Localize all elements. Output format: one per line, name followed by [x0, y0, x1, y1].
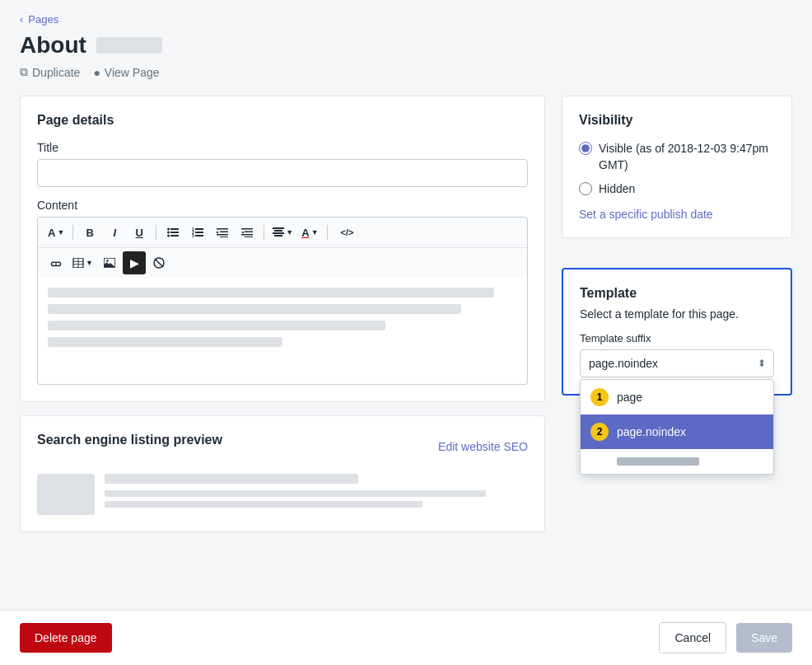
svg-rect-2: [170, 235, 179, 236]
seo-line-3: [105, 501, 422, 508]
content-line-1: [48, 288, 494, 297]
visibility-card: Visibility Visible (as of 2018-12-03 9:4…: [562, 96, 792, 238]
toolbar-divider-2: [156, 225, 156, 240]
toolbar-underline-btn[interactable]: U: [128, 221, 151, 244]
svg-rect-13: [220, 232, 228, 233]
eye-icon: ●: [93, 66, 100, 79]
content-line-3: [48, 321, 385, 330]
toolbar-ul-btn[interactable]: [161, 221, 184, 244]
template-select[interactable]: page page.noindex: [580, 349, 774, 377]
view-page-button[interactable]: ● View Page: [93, 66, 159, 79]
seo-card: Search engine listing preview Edit websi…: [20, 415, 545, 532]
toolbar-table-btn[interactable]: ▼: [69, 251, 96, 274]
dropdown-item-1[interactable]: 1 page: [581, 380, 773, 414]
radio-visible[interactable]: Visible (as of 2018-12-03 9:47pm GMT): [579, 141, 775, 173]
toolbar-align-btn[interactable]: ▼: [269, 221, 296, 244]
page-actions: ⧉ Duplicate ● View Page: [20, 65, 792, 79]
title-input[interactable]: [37, 159, 528, 187]
main-layout: Page details Title Content A ▼: [20, 96, 792, 532]
toolbar-video-btn[interactable]: ▶: [123, 251, 146, 274]
suffix-label: Template suffix: [580, 332, 774, 344]
title-field-label: Title: [37, 141, 528, 154]
delete-page-button[interactable]: Delete page: [20, 623, 112, 653]
duplicate-label: Duplicate: [32, 66, 80, 79]
table-arrow-icon: ▼: [86, 259, 93, 267]
duplicate-icon: ⧉: [20, 65, 28, 79]
svg-rect-17: [245, 232, 253, 233]
page-title-badge: [96, 37, 162, 54]
publish-date-link[interactable]: Set a specific publish date: [579, 208, 775, 221]
content-line-2: [48, 304, 461, 314]
svg-text:3: 3: [192, 233, 194, 237]
footer-right: Cancel Save: [659, 622, 792, 653]
title-field: Title: [37, 141, 528, 187]
right-column: Visibility Visible (as of 2018-12-03 9:4…: [562, 96, 792, 396]
cancel-button[interactable]: Cancel: [659, 622, 726, 653]
svg-rect-22: [273, 232, 284, 234]
svg-rect-18: [241, 234, 253, 236]
toolbar-ol-btn[interactable]: 1 2 3: [186, 221, 209, 244]
template-select-wrapper: page page.noindex ⬍ 1 page 2 page.noinde…: [580, 349, 774, 377]
visibility-title: Visibility: [579, 113, 775, 128]
seo-title: Search engine listing preview: [37, 433, 222, 447]
text-color-icon: A: [301, 227, 309, 239]
svg-rect-7: [195, 232, 203, 233]
dropdown-item-1-label: page: [617, 391, 642, 404]
template-title: Template: [580, 286, 774, 301]
seo-line-1: [105, 474, 358, 484]
editor-toolbar: A ▼ B I U: [37, 217, 528, 278]
breadcrumb-label: Pages: [28, 13, 58, 26]
toolbar-source-btn[interactable]: </>: [333, 221, 362, 244]
content-line-4: [48, 337, 282, 347]
page-title: About: [20, 32, 792, 59]
toolbar-italic-btn[interactable]: I: [103, 221, 126, 244]
font-icon: A: [48, 227, 55, 239]
radio-hidden-input[interactable]: [579, 182, 592, 195]
dropdown-badge-1: 1: [590, 388, 609, 406]
toolbar-link-btn[interactable]: [44, 251, 68, 274]
toolbar-divider-1: [72, 225, 73, 240]
template-dropdown: 1 page 2 page.noindex: [580, 379, 774, 475]
visibility-options: Visible (as of 2018-12-03 9:47pm GMT) Hi…: [579, 141, 775, 198]
view-page-label: View Page: [105, 66, 160, 79]
svg-rect-1: [170, 232, 179, 233]
toolbar-image-btn[interactable]: [98, 251, 121, 274]
toolbar-bold-btn[interactable]: B: [78, 221, 101, 244]
svg-rect-21: [274, 230, 282, 232]
text-color-arrow-icon: ▼: [311, 228, 319, 236]
seo-thumbnail: [37, 474, 95, 515]
template-card: Template Select a template for this page…: [562, 268, 792, 396]
toolbar-indent-increase-btn[interactable]: [236, 221, 259, 244]
svg-rect-20: [273, 227, 284, 229]
toolbar-row-2: ▼ ▶: [38, 248, 527, 278]
toolbar-font-btn[interactable]: A ▼: [44, 221, 68, 244]
svg-rect-14: [217, 234, 228, 236]
dropdown-item-2[interactable]: 2 page.noindex: [581, 414, 773, 449]
svg-point-4: [167, 232, 170, 234]
editor-body[interactable]: [37, 278, 528, 385]
toolbar-text-color-btn[interactable]: A ▼: [298, 221, 321, 244]
dropdown-item-3[interactable]: [581, 449, 773, 474]
edit-seo-link[interactable]: Edit website SEO: [438, 440, 528, 453]
dropdown-badge-2: 2: [590, 423, 609, 441]
radio-hidden-label: Hidden: [599, 181, 635, 198]
svg-point-29: [106, 260, 109, 262]
footer: Delete page Cancel Save: [0, 610, 812, 665]
toolbar-block-btn[interactable]: [147, 251, 170, 274]
svg-rect-8: [195, 235, 203, 236]
svg-rect-0: [170, 228, 179, 230]
breadcrumb[interactable]: ‹ Pages: [20, 13, 792, 26]
content-field-label: Content: [37, 199, 528, 212]
svg-rect-6: [195, 228, 203, 230]
svg-line-31: [155, 259, 163, 267]
svg-rect-19: [245, 236, 253, 237]
svg-rect-12: [217, 228, 228, 230]
duplicate-button[interactable]: ⧉ Duplicate: [20, 65, 80, 79]
radio-hidden[interactable]: Hidden: [579, 181, 775, 198]
align-arrow-icon: ▼: [286, 228, 293, 236]
save-button[interactable]: Save: [736, 623, 792, 653]
seo-line-2: [105, 490, 486, 497]
template-description: Select a template for this page.: [580, 307, 774, 321]
radio-visible-input[interactable]: [579, 142, 592, 155]
toolbar-indent-decrease-btn[interactable]: [211, 221, 234, 244]
